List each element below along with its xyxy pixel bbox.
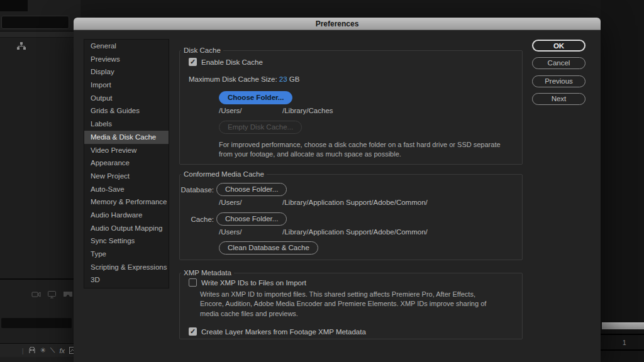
background-field xyxy=(1,16,69,29)
sidebar-item-scripting-expressions[interactable]: Scripting & Expressions xyxy=(84,261,169,274)
create-layer-markers-checkbox[interactable]: ✓ Create Layer Markers from Footage XMP … xyxy=(189,327,522,336)
disk-cache-path: /Users//Library/Caches xyxy=(219,107,522,114)
disk-cache-path-suffix: /Library/Caches xyxy=(282,107,333,114)
panel-divider xyxy=(0,278,80,280)
max-disk-cache-size-label: Maximum Disk Cache Size: xyxy=(189,75,277,83)
cache-path-prefix: /Users/ xyxy=(219,228,282,236)
sidebar-item-import[interactable]: Import xyxy=(84,79,169,92)
disk-cache-group-title: Disk Cache xyxy=(181,47,223,54)
background-left-panel: | ✳ ⟍ fx xyxy=(0,0,80,362)
goggles-icon[interactable] xyxy=(63,290,73,299)
frame-blend-icon[interactable]: ✳ xyxy=(40,346,46,354)
clean-database-cache-button[interactable]: Clean Database & Cache xyxy=(219,241,318,255)
sidebar-item-video-preview[interactable]: Video Preview xyxy=(84,144,169,157)
xmp-metadata-group: XMP Metadata Write XMP IDs to Files on I… xyxy=(179,269,523,339)
sidebar-item-display[interactable]: Display xyxy=(84,65,169,79)
conformed-media-cache-group: Conformed Media Cache Database: Choose F… xyxy=(179,170,523,260)
sidebar-item-previews[interactable]: Previews xyxy=(84,53,169,66)
enable-disk-cache-label: Enable Disk Cache xyxy=(201,58,263,66)
max-disk-cache-size-row: Maximum Disk Cache Size: 23 GB xyxy=(189,75,522,83)
cache-label: Cache: xyxy=(180,216,216,223)
disk-cache-path-prefix: /Users/ xyxy=(219,107,282,114)
cache-path-suffix: /Library/Application Support/Adobe/Commo… xyxy=(282,228,428,236)
max-disk-cache-size-unit: GB xyxy=(289,75,300,83)
background-right-panel: 1 xyxy=(601,0,644,362)
sidebar-item-3d[interactable]: 3D xyxy=(84,273,169,287)
ok-button[interactable]: OK xyxy=(532,40,586,52)
cache-choose-folder-button[interactable]: Choose Folder... xyxy=(216,212,287,226)
preferences-category-list: General Previews Display Import Output G… xyxy=(84,39,169,288)
sidebar-item-output[interactable]: Output xyxy=(84,92,169,105)
toolbar-divider: | xyxy=(22,347,24,354)
layer-number: 1 xyxy=(623,339,626,346)
database-path-suffix: /Library/Application Support/Adobe/Commo… xyxy=(282,199,428,206)
database-path-prefix: /Users/ xyxy=(219,199,282,206)
panel-divider xyxy=(601,349,644,351)
next-button[interactable]: Next xyxy=(532,93,586,105)
disk-cache-choose-folder-button[interactable]: Choose Folder... xyxy=(219,91,292,104)
sidebar-item-audio-hardware[interactable]: Audio Hardware xyxy=(84,209,169,222)
disk-cache-group: Disk Cache ✓ Enable Disk Cache Maximum D… xyxy=(179,47,523,165)
write-xmp-ids-label: Write XMP IDs to Files on Import xyxy=(201,279,306,287)
database-label: Database: xyxy=(180,186,216,194)
previous-button[interactable]: Previous xyxy=(532,75,586,87)
background-top-block xyxy=(0,0,28,11)
database-path: /Users//Library/Application Support/Adob… xyxy=(219,199,522,206)
cancel-button[interactable]: Cancel xyxy=(532,57,586,69)
sidebar-item-media-disk-cache[interactable]: Media & Disk Cache xyxy=(84,131,169,144)
sidebar-item-general[interactable]: General xyxy=(84,40,169,53)
enable-disk-cache-checkbox[interactable]: ✓ Enable Disk Cache xyxy=(189,58,522,66)
write-xmp-ids-checkbox[interactable]: Write XMP IDs to Files on Import xyxy=(189,278,522,287)
sidebar-item-new-project[interactable]: New Project xyxy=(84,170,169,183)
monitor-icon[interactable] xyxy=(47,290,57,299)
checkbox-unchecked-icon xyxy=(189,278,197,287)
timeline-strip xyxy=(1,318,72,328)
sidebar-item-labels[interactable]: Labels xyxy=(84,118,169,131)
snapshot-icon[interactable] xyxy=(31,290,41,299)
database-choose-folder-button[interactable]: Choose Folder... xyxy=(216,183,287,196)
checkbox-checked-icon: ✓ xyxy=(189,58,197,66)
disk-cache-description: For improved performance, choose a disk … xyxy=(219,140,516,159)
empty-disk-cache-button[interactable]: Empty Disk Cache... xyxy=(219,121,302,134)
sidebar-item-audio-output-mapping[interactable]: Audio Output Mapping xyxy=(84,222,169,235)
flowchart-icon[interactable] xyxy=(16,41,26,51)
shy-icon[interactable] xyxy=(28,347,36,354)
horizontal-scrollbar[interactable] xyxy=(602,322,644,329)
dialog-titlebar[interactable]: Preferences xyxy=(74,18,601,30)
xmp-metadata-group-title: XMP Metadata xyxy=(181,269,234,277)
cache-path: /Users//Library/Application Support/Adob… xyxy=(219,228,522,236)
sidebar-item-sync-settings[interactable]: Sync Settings xyxy=(84,234,169,248)
panel-divider xyxy=(0,31,80,38)
timeline-toolbar: | ✳ ⟍ fx xyxy=(0,343,80,357)
sidebar-item-memory-performance[interactable]: Memory & Performance xyxy=(84,195,169,209)
max-disk-cache-size-value[interactable]: 23 xyxy=(279,75,287,83)
sidebar-item-auto-save[interactable]: Auto-Save xyxy=(84,183,169,196)
conformed-media-cache-group-title: Conformed Media Cache xyxy=(181,170,267,178)
sidebar-item-appearance[interactable]: Appearance xyxy=(84,156,169,170)
xmp-description: Writes an XMP ID to imported files. This… xyxy=(200,290,501,319)
fx-icon[interactable]: fx xyxy=(59,347,65,354)
sidebar-item-grids-guides[interactable]: Grids & Guides xyxy=(84,104,169,118)
draft-3d-icon[interactable]: ⟍ xyxy=(50,346,55,354)
create-layer-markers-label: Create Layer Markers from Footage XMP Me… xyxy=(201,328,366,336)
checkbox-checked-icon: ✓ xyxy=(189,327,197,336)
panel-divider xyxy=(601,334,644,335)
sidebar-item-type[interactable]: Type xyxy=(84,248,169,261)
preferences-dialog: Preferences General Previews Display Imp… xyxy=(74,18,601,362)
